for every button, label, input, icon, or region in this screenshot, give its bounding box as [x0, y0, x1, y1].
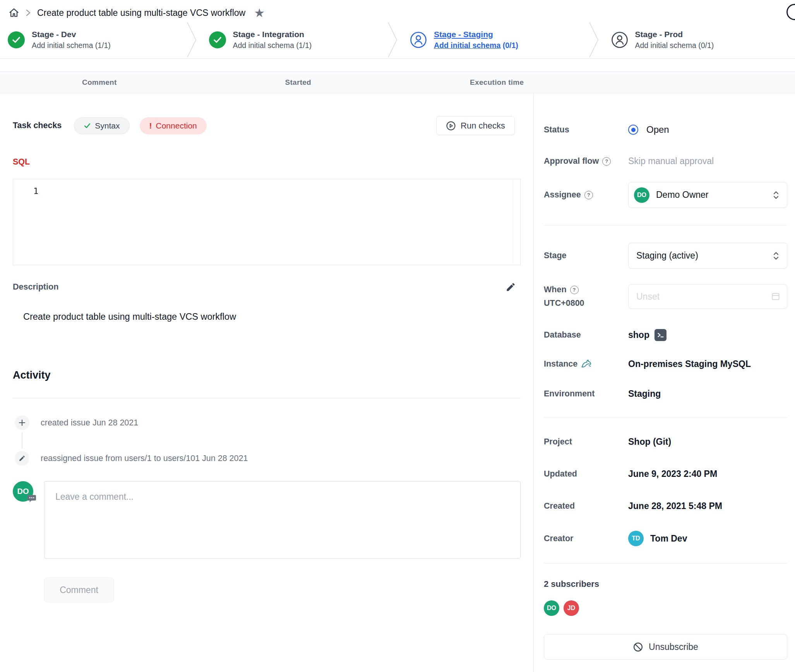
select-chevrons-icon — [771, 251, 781, 261]
avatar-demo-owner: DO — [634, 187, 649, 203]
avatar-demo-owner: DO — [544, 600, 559, 616]
avatar-demo-owner: DO — [13, 481, 33, 502]
comment-composer: DO — [13, 481, 521, 559]
activity-event-reassigned: reassigned issue from users/1 to users/1… — [13, 451, 521, 466]
stage-separator-chevron — [187, 22, 197, 58]
instance-row: Instance On-premises Staging MySQL — [544, 359, 787, 369]
sidebar-divider — [544, 225, 787, 226]
stage-item-prod[interactable]: Stage - Prod Add initial schema (0/1) — [594, 21, 795, 58]
stage-done-check-icon — [209, 31, 226, 48]
column-header-started: Started — [199, 78, 398, 87]
comment-submit-button[interactable]: Comment — [44, 578, 114, 602]
created-value: June 28, 2021 5:48 PM — [628, 501, 722, 511]
activity-event-created: created issue Jun 28 2021 — [13, 415, 521, 430]
task-checks-row: Task checks Syntax ! Connection Run chec… — [13, 116, 521, 135]
status-row: Status Open — [544, 124, 787, 135]
stage-task: Add initial schema (0/1) — [434, 41, 518, 50]
database-label: Database — [544, 330, 628, 340]
project-value[interactable]: Shop (Git) — [628, 437, 671, 447]
task-checks-label: Task checks — [13, 121, 62, 130]
stage-assignee-person-icon — [611, 31, 628, 48]
sql-section-label: SQL — [13, 157, 521, 167]
activity-divider — [13, 398, 521, 398]
sidebar-divider — [544, 563, 787, 564]
column-header-comment: Comment — [0, 78, 199, 87]
issue-detail-pane: Task checks Syntax ! Connection Run chec… — [0, 93, 533, 672]
stage-separator-chevron — [387, 22, 398, 58]
subscribers-title: 2 subscribers — [544, 579, 787, 589]
when-placeholder: Unset — [636, 291, 660, 302]
check-icon — [84, 122, 91, 129]
avatar-tom-dev: TD — [628, 531, 644, 546]
task-table-header: Comment Started Execution time — [0, 71, 795, 93]
breadcrumb: Create product table using multi-stage V… — [0, 0, 795, 21]
updated-row: Updated June 9, 2023 2:40 PM — [544, 469, 787, 479]
created-label: Created — [544, 501, 628, 511]
comment-input[interactable] — [44, 481, 521, 559]
select-chevrons-icon — [771, 190, 781, 200]
description-header: Description — [13, 282, 521, 292]
updated-value: June 9, 2023 2:40 PM — [628, 469, 717, 479]
editor-line-number: 1 — [33, 186, 38, 196]
timeline-connector — [22, 432, 22, 449]
assignee-row: Assignee ? DO Demo Owner — [544, 182, 787, 208]
help-circle-icon[interactable] — [786, 4, 795, 20]
assignee-label: Assignee ? — [544, 190, 628, 200]
check-badge-connection[interactable]: ! Connection — [140, 117, 207, 134]
breadcrumb-chevron-icon — [26, 9, 31, 17]
instance-value: On-premises Staging MySQL — [628, 359, 751, 369]
no-entry-icon — [633, 642, 643, 652]
stage-separator-chevron — [589, 22, 599, 58]
stage-select[interactable]: Staging (active) — [628, 243, 787, 269]
assignee-select[interactable]: DO Demo Owner — [628, 182, 787, 208]
stage-item-integration[interactable]: Stage - Integration Add initial schema (… — [192, 21, 393, 58]
check-badge-syntax[interactable]: Syntax — [74, 117, 129, 134]
creator-label: Creator — [544, 534, 628, 543]
stage-done-check-icon — [8, 31, 25, 48]
approval-flow-value: Skip manual approval — [628, 156, 714, 166]
stage-name: Stage - Prod — [635, 30, 714, 39]
activity-event-text: reassigned issue from users/1 to users/1… — [41, 454, 248, 463]
description-text: Create product table using multi-stage V… — [13, 312, 521, 322]
help-icon[interactable]: ? — [570, 286, 579, 294]
database-row: Database shop — [544, 329, 787, 341]
stage-item-staging[interactable]: Stage - Staging Add initial schema (0/1) — [393, 21, 594, 58]
help-icon[interactable]: ? — [602, 157, 611, 166]
status-open-radio[interactable] — [628, 125, 638, 135]
environment-row: Environment Staging — [544, 389, 787, 399]
project-label: Project — [544, 437, 628, 447]
stage-task: Add initial schema (1/1) — [233, 41, 312, 50]
stage-name: Stage - Staging — [434, 30, 518, 39]
favorite-star-icon[interactable]: ★ — [254, 7, 265, 19]
stage-task: Add initial schema (1/1) — [32, 41, 111, 50]
sql-editor[interactable]: 1 — [13, 179, 521, 265]
run-checks-button[interactable]: Run checks — [436, 116, 515, 135]
when-label: When ? UTC+0800 — [544, 285, 628, 308]
activity-section-title: Activity — [13, 369, 521, 381]
page-title: Create product table using multi-stage V… — [37, 8, 245, 18]
created-row: Created June 28, 2021 5:48 PM — [544, 501, 787, 511]
chat-bubble-badge-icon — [27, 494, 36, 503]
when-datetime-input[interactable]: Unset — [628, 284, 787, 309]
stage-label: Stage — [544, 251, 628, 261]
approval-flow-label: Approval flow ? — [544, 156, 628, 166]
database-value[interactable]: shop — [628, 330, 649, 340]
stage-assignee-person-icon — [410, 31, 427, 48]
approval-flow-row: Approval flow ? Skip manual approval — [544, 156, 787, 166]
when-timezone: UTC+0800 — [544, 298, 628, 308]
unsubscribe-button[interactable]: Unsubscribe — [544, 634, 787, 660]
environment-value: Staging — [628, 389, 661, 399]
sql-console-terminal-icon[interactable] — [655, 329, 666, 341]
status-value: Open — [646, 124, 669, 135]
description-label: Description — [13, 282, 58, 292]
sidebar-divider — [544, 418, 787, 418]
updated-label: Updated — [544, 469, 628, 479]
edit-description-pencil-icon[interactable] — [505, 282, 516, 292]
play-circle-icon — [446, 121, 456, 131]
help-icon[interactable]: ? — [584, 191, 593, 199]
stage-item-dev[interactable]: Stage - Dev Add initial schema (1/1) — [0, 21, 192, 58]
when-row: When ? UTC+0800 Unset — [544, 284, 787, 309]
stage-name: Stage - Integration — [233, 30, 312, 39]
creator-row: Creator TD Tom Dev — [544, 531, 787, 546]
home-icon[interactable] — [9, 7, 19, 18]
